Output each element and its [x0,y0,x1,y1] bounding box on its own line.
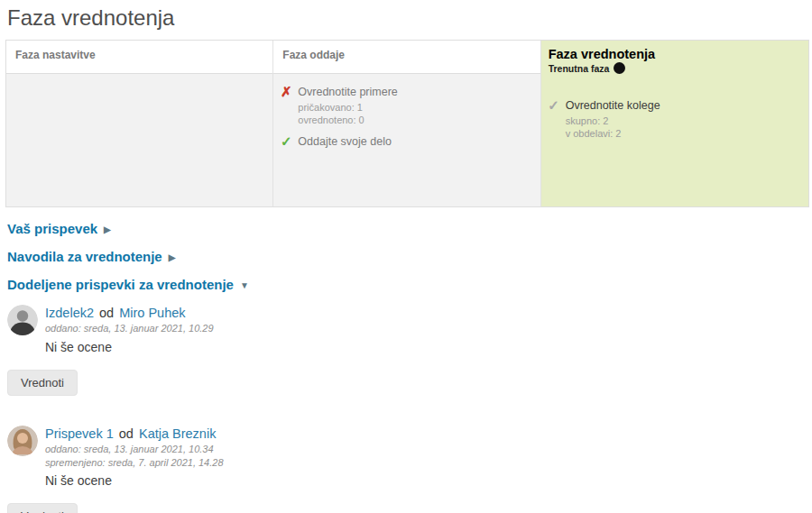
section-row: Navodila za vrednotenje▶ [0,235,812,263]
author-link[interactable]: Katja Breznik [139,426,216,441]
workshop-page: Faza vrednotenja Faza nastavitve Faza od… [0,0,812,513]
submission-item: Prispevek 1 od Katja Breznik oddano: sre… [7,426,812,513]
submission-title-link[interactable]: Prispevek 1 [45,426,114,441]
section-your-submission[interactable]: Vaš prispevek▶ [7,222,111,236]
task-details: pričakovano: 1 ovrednoteno: 0 [298,101,531,126]
phase-column-assessment-current: Faza vrednotenja Trenutna faza ✓ Ovredno… [541,41,808,206]
check-icon: ✓ [279,134,293,149]
phase-assessment-title: Faza vrednotenja [549,47,799,61]
connector-text: od [119,426,134,441]
chevron-right-icon[interactable]: ▶ [169,251,176,264]
task-detail: ovrednoteno: 0 [298,114,531,126]
phase-setup-title: Faza nastavitve [6,41,272,74]
submission-info: Izdelek2 od Miro Puhek oddano: sreda, 13… [45,305,214,334]
author-link[interactable]: Miro Puhek [119,306,185,320]
fail-icon: ✗ [279,85,293,99]
phase-submission-title: Faza oddaje [273,41,540,74]
submission-item: Izdelek2 od Miro Puhek oddano: sreda, 13… [7,305,812,396]
phase-setup-body [6,74,272,206]
submission-head: Prispevek 1 od Katja Breznik oddano: sre… [7,426,812,469]
avatar[interactable] [7,305,38,335]
assess-button[interactable]: Vrednoti [7,503,78,513]
pending-check-icon: ✓ [547,98,561,113]
phase-column-submission: Faza oddaje ✗ Ovrednotite primere pričak… [273,41,540,206]
task-label: Ovrednotite kolege [561,98,660,113]
current-phase-badge: Trenutna faza [549,62,799,74]
phase-assessment-header: Faza vrednotenja Trenutna faza [541,41,808,78]
task-label: Ovrednotite primere [293,85,397,99]
assess-button[interactable]: Vrednoti [7,370,78,396]
phase-submission-body: ✗ Ovrednotite primere pričakovano: 1 ovr… [273,74,540,206]
current-phase-label: Trenutna faza [549,63,610,74]
avatar[interactable] [7,426,38,456]
phase-table: Faza nastavitve Faza oddaje ✗ Ovrednotit… [5,40,809,207]
page-title: Faza vrednotenja [7,5,812,31]
chevron-down-icon[interactable]: ▼ [240,279,249,292]
connector-text: od [99,306,114,320]
task-submit-work: ✓ Oddajte svoje delo [279,134,531,149]
submission-title-link[interactable]: Izdelek2 [45,306,94,320]
submission-info: Prispevek 1 od Katja Breznik oddano: sre… [45,426,224,469]
task-details: skupno: 2 v obdelavi: 2 [566,115,799,140]
task-detail: v obdelavi: 2 [566,127,799,140]
submitted-date: oddano: sreda, 13. januar 2021, 10.34 [45,444,224,455]
phase-column-setup: Faza nastavitve [6,41,273,206]
task-assess-examples: ✗ Ovrednotite primere [279,85,531,99]
chevron-right-icon[interactable]: ▶ [104,223,111,236]
phase-assessment-body: ✓ Ovrednotite kolege skupno: 2 v obdelav… [541,78,808,206]
grade-status: Ni še ocene [45,340,812,354]
submission-title-line: Prispevek 1 od Katja Breznik [45,426,224,442]
task-detail: pričakovano: 1 [298,101,531,114]
submission-title-line: Izdelek2 od Miro Puhek [45,306,214,321]
task-label: Oddajte svoje delo [293,134,392,149]
modified-date: spremenjeno: sreda, 7. april 2021, 14.28 [45,457,224,469]
submitted-date: oddano: sreda, 13. januar 2021, 10.29 [45,323,214,334]
section-row: Dodeljene prispevki za vrednotenje▼ [0,263,812,291]
section-row: Vaš prispevek▶ [0,207,812,235]
assigned-submissions-list: Izdelek2 od Miro Puhek oddano: sreda, 13… [7,305,812,513]
task-assess-peers: ✓ Ovrednotite kolege [547,98,799,113]
current-phase-dot-icon [614,62,625,74]
submission-head: Izdelek2 od Miro Puhek oddano: sreda, 13… [7,305,812,335]
grade-status: Ni še ocene [45,473,812,488]
task-detail: skupno: 2 [566,115,799,127]
section-assessment-instructions[interactable]: Navodila za vrednotenje▶ [7,250,175,264]
section-assigned-submissions[interactable]: Dodeljene prispevki za vrednotenje▼ [7,278,249,292]
